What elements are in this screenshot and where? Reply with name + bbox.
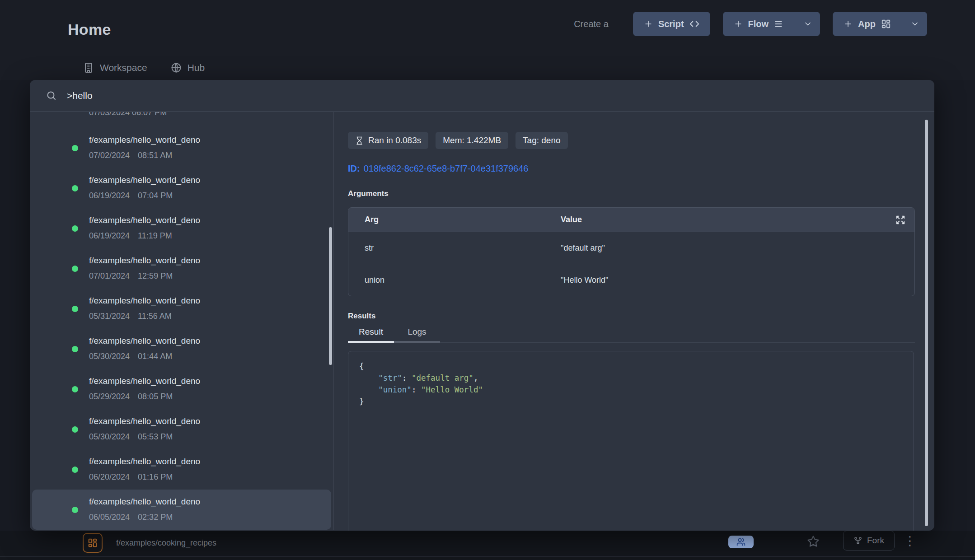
dashboard-icon	[88, 538, 98, 548]
create-script-label: Script	[658, 19, 684, 29]
tab-logs[interactable]: Logs	[394, 327, 440, 343]
run-datetime: 05/31/202411:56 AM	[89, 312, 333, 321]
run-time: 08:51 AM	[138, 151, 172, 160]
favorite-star-button[interactable]	[807, 535, 820, 548]
create-app-dropdown-button[interactable]	[902, 12, 927, 36]
tab-workspace-label: Workspace	[100, 62, 147, 73]
app-row-info: f/examples/cooking_recipes	[83, 533, 216, 553]
chevron-down-icon	[910, 19, 919, 28]
plus-icon	[734, 19, 743, 28]
run-path: f/examples/hello_world_deno	[89, 335, 333, 347]
run-list-item[interactable]: f/examples/hello_world_deno05/31/202411:…	[30, 289, 333, 329]
plus-icon	[644, 19, 653, 28]
run-date: 06/19/2024	[89, 191, 130, 200]
json-key: "str"	[378, 373, 402, 383]
run-list-item[interactable]: f/examples/hello_world_deno06/20/202401:…	[30, 449, 333, 490]
run-datetime: 07/02/202408:51 AM	[89, 151, 333, 160]
runs-list: f/examples/hello_world_deno07/02/202408:…	[30, 128, 333, 530]
run-datetime: 05/29/202408:05 PM	[89, 392, 333, 401]
results-heading: Results	[348, 312, 934, 321]
app-row-actions: Fork ⋮	[728, 531, 916, 551]
code-icon	[689, 19, 699, 29]
tab-workspace[interactable]: Workspace	[83, 62, 147, 73]
run-datetime: 05/30/202401:44 AM	[89, 352, 333, 361]
run-id-link[interactable]: ID:018fe862-8c62-65e8-b7f7-04e31f379646	[348, 163, 934, 174]
run-detail-panel: Ran in 0.083s Mem: 1.422MB Tag: deno ID:…	[334, 112, 934, 530]
run-list-item[interactable]: f/examples/hello_world_deno07/01/202412:…	[30, 248, 333, 289]
app-icon-badge	[83, 533, 103, 553]
run-time: 11:56 AM	[138, 312, 172, 321]
divider	[0, 556, 975, 557]
memory-badge-label: Mem: 1.422MB	[443, 135, 501, 145]
arguments-heading: Arguments	[348, 189, 934, 198]
tab-result[interactable]: Result	[348, 327, 394, 343]
more-options-button[interactable]: ⋮	[904, 535, 916, 547]
result-json-viewer: { "str": "default arg", "union": "Hello …	[348, 351, 914, 531]
tag-badge: Tag: deno	[516, 132, 567, 149]
expand-table-button[interactable]	[895, 215, 905, 225]
shared-users-chip[interactable]	[728, 536, 754, 548]
run-date: 06/20/2024	[89, 472, 130, 481]
run-datetime: 06/05/202402:32 PM	[89, 513, 331, 522]
arg-name-cell: str	[348, 243, 561, 253]
run-date: 07/02/2024	[89, 151, 130, 160]
run-path: f/examples/hello_world_deno	[89, 375, 333, 387]
tag-badge-label: Tag: deno	[523, 135, 560, 145]
json-string-value: "Hello World"	[421, 385, 483, 394]
create-flow-button[interactable]: Flow	[723, 12, 795, 36]
building-icon	[83, 62, 94, 73]
json-key: "union"	[378, 385, 412, 394]
tab-hub-label: Hub	[188, 62, 205, 73]
run-time: 02:32 PM	[138, 513, 173, 522]
run-list-item[interactable]: f/examples/hello_world_deno06/19/202411:…	[30, 208, 333, 248]
create-label: Create a	[574, 19, 609, 29]
chevron-down-icon	[803, 19, 812, 28]
run-date: 05/30/2024	[89, 432, 130, 441]
create-flow-button-group: Flow	[723, 12, 820, 36]
search-input[interactable]	[67, 90, 428, 101]
app-path-label: f/examples/cooking_recipes	[116, 538, 216, 548]
run-date: 07/01/2024	[89, 271, 130, 280]
run-list-item[interactable]: f/examples/hello_world_deno05/29/202408:…	[30, 369, 333, 409]
page-header: Home Create a Script Flow App	[0, 0, 975, 80]
create-flow-label: Flow	[748, 19, 769, 29]
run-list-item-clipped[interactable]: 07/03/2024 06:07 PM	[30, 112, 333, 128]
run-list-item[interactable]: f/examples/hello_world_deno06/05/202402:…	[32, 490, 331, 530]
run-datetime: 06/19/202407:04 PM	[89, 191, 333, 201]
fork-button-label: Fork	[867, 536, 884, 546]
background-app-row: f/examples/cooking_recipes Fork ⋮	[0, 531, 975, 560]
arguments-table-body: str"default arg"union"Hello World"	[348, 232, 914, 296]
run-list-item[interactable]: f/examples/hello_world_deno06/19/202407:…	[30, 168, 333, 208]
table-row: union"Hello World"	[348, 264, 914, 296]
run-status-dot	[72, 346, 78, 352]
create-script-button[interactable]: Script	[633, 12, 710, 36]
run-status-dot	[72, 386, 78, 392]
divider	[440, 341, 915, 343]
runs-scrollbar[interactable]	[329, 227, 332, 365]
run-path: f/examples/hello_world_deno	[89, 174, 333, 186]
run-datetime: 05/30/202405:53 PM	[89, 432, 333, 442]
run-time: 12:59 PM	[138, 271, 173, 280]
create-flow-dropdown-button[interactable]	[795, 12, 820, 36]
memory-badge: Mem: 1.422MB	[436, 132, 508, 149]
run-list-item[interactable]: f/examples/hello_world_deno07/02/202408:…	[30, 128, 333, 168]
duration-badge-label: Ran in 0.083s	[368, 135, 421, 145]
result-tabs: Result Logs	[348, 327, 915, 343]
run-path: f/examples/hello_world_deno	[89, 215, 333, 226]
tab-hub[interactable]: Hub	[171, 62, 205, 73]
run-time: 05:53 PM	[138, 432, 173, 441]
run-list-item[interactable]: f/examples/hello_world_deno05/30/202401:…	[30, 329, 333, 369]
run-status-dot	[72, 467, 78, 473]
run-date: 05/31/2024	[89, 312, 130, 321]
hourglass-icon	[355, 136, 364, 145]
run-status-dot	[72, 306, 78, 312]
run-badges: Ran in 0.083s Mem: 1.422MB Tag: deno	[348, 132, 934, 149]
runs-list-panel: 07/03/2024 06:07 PM f/examples/hello_wor…	[30, 112, 334, 530]
code-line: "union": "Hello World"	[359, 384, 903, 396]
create-app-button[interactable]: App	[833, 12, 902, 36]
run-date: 06/19/2024	[89, 231, 130, 240]
fork-button[interactable]: Fork	[843, 531, 895, 551]
run-list-item[interactable]: f/examples/hello_world_deno05/30/202405:…	[30, 409, 333, 449]
detail-scrollbar[interactable]	[925, 120, 928, 526]
run-path: f/examples/hello_world_deno	[89, 496, 331, 508]
